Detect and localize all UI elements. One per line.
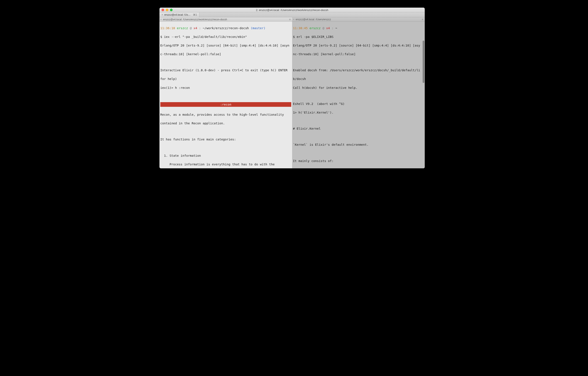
split-view: × erszcz@x4.local: /Users/erszcz/work/er…	[159, 17, 425, 168]
prompt-line: 11:36:18 erszcz @ x4 : ~/work/erszcz/rec…	[160, 26, 291, 31]
eshell-banner: Eshell V9.2 (abort with ^G)	[293, 102, 424, 106]
close-tab-icon[interactable]: ×	[162, 13, 163, 16]
blank-line	[160, 146, 291, 149]
zoom-icon[interactable]	[170, 9, 173, 11]
prompt-host: x4	[193, 26, 197, 30]
prompt-path: ~/work/erszcz/recon-docsh	[203, 26, 249, 30]
scrollbar-thumb[interactable]	[423, 41, 424, 83]
right-terminal[interactable]: 11:38:45 erszcz @ x4 : ~ $ erl -pa $ELIX…	[292, 22, 425, 168]
cmd-line: $ erl -pa $ELIXIR_LIBS	[293, 35, 424, 39]
blank-line	[293, 94, 424, 98]
blank-line	[293, 167, 424, 168]
left-terminal[interactable]: 11:36:18 erszcz @ x4 : ~/work/erszcz/rec…	[159, 22, 292, 168]
doc-line: It has functions in five main categories…	[160, 137, 291, 142]
doc-line: contained in the Recon application.	[160, 121, 291, 126]
right-pane-path: erszcz@x4.local: /Users/erszcz	[296, 18, 331, 21]
iex-banner: Interactive Elixir (1.8.0-dev) - press C…	[160, 68, 291, 73]
prompt-colon: :	[197, 26, 203, 30]
blank-line	[160, 61, 291, 64]
module-header-banner: :recon	[160, 102, 291, 107]
doc-list-head: 1. State information	[160, 154, 291, 158]
window-tab-label: erszcz@x4.local: /Us…	[164, 13, 190, 16]
terminal-window: 2. erszcz@x4.local: /Users/erszcz/work/e…	[159, 8, 425, 168]
prompt-host: x4	[326, 26, 330, 30]
doc-line: Recon, as a module, provides access to t…	[160, 112, 291, 117]
cmd-line: $ iex --erl "-pa _build/default/lib/reco…	[160, 35, 291, 39]
titlebar: 2. erszcz@x4.local: /Users/erszcz/work/e…	[159, 8, 425, 12]
blank-line	[293, 151, 424, 155]
traffic-lights	[159, 9, 173, 11]
left-pane[interactable]: × erszcz@x4.local: /Users/erszcz/work/er…	[159, 17, 292, 168]
window-tabs: × erszcz@x4.local: /Us… ⌘1	[159, 12, 425, 17]
prompt-colon: :	[330, 26, 336, 30]
prompt-user: erszcz	[310, 26, 321, 30]
window-tab-shortcut: ⌘1	[193, 13, 197, 16]
pane-menu-icon[interactable]: ≡	[289, 18, 291, 21]
docsh-line: b/docsh	[293, 77, 424, 81]
prompt-at: @	[190, 26, 192, 30]
left-pane-status: × erszcz@x4.local: /Users/erszcz/work/er…	[159, 17, 292, 22]
window-title: 2. erszcz@x4.local: /Users/erszcz/work/e…	[159, 9, 425, 12]
minimize-icon[interactable]	[166, 9, 168, 11]
otp-banner-cont: c-threads:10] [kernel-poll:false]	[160, 52, 291, 56]
right-pane[interactable]: × erszcz@x4.local: /Users/erszcz ≡ 11:38…	[292, 17, 425, 168]
otp-banner: Erlang/OTP 20 [erts-9.2] [source] [64-bi…	[293, 43, 424, 48]
left-pane-path: erszcz@x4.local: /Users/erszcz/work/ersz…	[163, 18, 227, 21]
iex-prompt: iex(1)> h :recon	[160, 86, 291, 90]
prompt-branch: (master)	[251, 26, 265, 30]
blank-line	[160, 130, 291, 133]
doc-line: Process information is everything that h…	[160, 162, 291, 167]
prompt-at: @	[323, 26, 325, 30]
docsh-line: Enabled docsh from: /Users/erszcz/work/e…	[293, 68, 424, 73]
prompt-user: erszcz	[177, 26, 188, 30]
pane-close-icon[interactable]: ×	[293, 18, 294, 21]
prompt-time: 11:36:18	[160, 26, 175, 30]
doc-line: `Kernel` is Elixir's default environment…	[293, 143, 424, 147]
prompt-path: ~	[336, 26, 337, 30]
blank-line	[293, 61, 424, 64]
doc-heading: # Elixir.Kernel	[293, 126, 424, 131]
otp-banner: Erlang/OTP 20 [erts-9.2] [source] [64-bi…	[160, 43, 291, 48]
pane-close-icon[interactable]: ×	[160, 18, 162, 21]
blank-line	[160, 94, 291, 98]
close-icon[interactable]	[162, 9, 164, 11]
docsh-line: Call h(docsh) for interactive help.	[293, 86, 424, 90]
iex-banner-cont: for help)	[160, 77, 291, 81]
blank-line	[293, 119, 424, 122]
erl-prompt: 1> h('Elixir.Kernel').	[293, 111, 424, 115]
otp-banner-cont: nc-threads:10] [kernel-poll:false]	[293, 52, 424, 56]
prompt-time: 11:38:45	[293, 26, 308, 30]
doc-line: It mainly consists of:	[293, 159, 424, 163]
window-tab[interactable]: × erszcz@x4.local: /Us… ⌘1	[159, 12, 200, 17]
prompt-line: 11:38:45 erszcz @ x4 : ~	[293, 26, 424, 31]
pane-menu-icon[interactable]: ≡	[422, 18, 423, 21]
blank-line	[293, 135, 424, 138]
right-pane-status: × erszcz@x4.local: /Users/erszcz ≡	[292, 17, 425, 22]
